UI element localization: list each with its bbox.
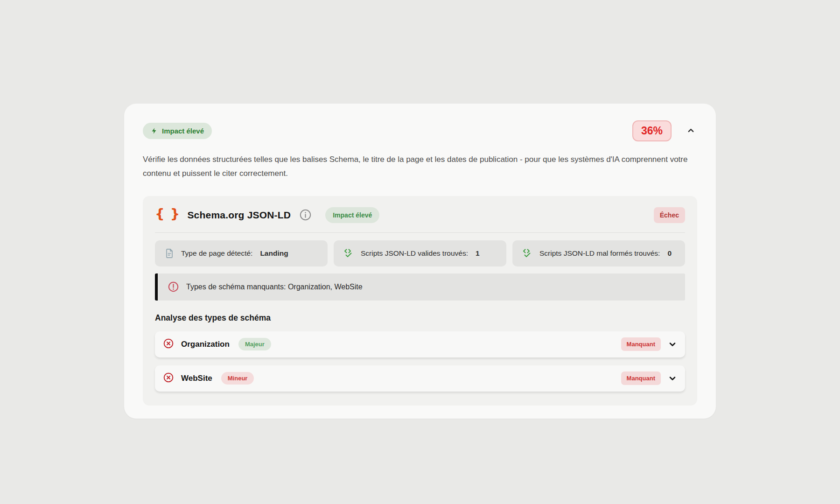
chip-label: Scripts JSON-LD mal formés trouvés: <box>539 249 660 258</box>
circle-x-icon <box>163 372 174 385</box>
schema-type-name: WebSite <box>181 374 212 383</box>
chip-malformed-scripts: Scripts JSON-LD mal formés trouvés: 0 <box>512 240 685 266</box>
alert-text: Types de schéma manquants: Organization,… <box>186 283 363 291</box>
schema-row-organization[interactable]: Organization Majeur Manquant <box>155 331 685 357</box>
impact-badge: Impact élevé <box>143 123 212 139</box>
status-badge-echec: Échec <box>654 207 685 223</box>
chevron-down-icon[interactable] <box>667 339 678 350</box>
severity-badge: Majeur <box>238 338 271 350</box>
analysis-heading: Analyse des types de schéma <box>155 313 685 323</box>
severity-badge: Mineur <box>221 372 254 385</box>
panel-header: { } Schema.org JSON-LD Impact élevé Éche… <box>155 207 685 223</box>
code-check-icon <box>522 248 533 259</box>
chip-page-type: Type de page détecté: Landing <box>155 240 328 266</box>
chip-valid-scripts: Scripts JSON-LD valides trouvés: 1 <box>334 240 506 266</box>
row-right: Manquant <box>621 371 678 385</box>
alert-circle-icon <box>168 281 179 293</box>
code-check-icon <box>343 248 354 259</box>
row-right: Manquant <box>621 337 678 351</box>
panel-impact-badge: Impact élevé <box>325 207 379 223</box>
chip-value: Landing <box>260 249 288 258</box>
file-icon <box>164 248 175 259</box>
schema-type-name: Organization <box>181 340 230 349</box>
score-badge: 36% <box>632 120 672 141</box>
missing-badge: Manquant <box>621 337 661 351</box>
chevron-up-icon <box>686 126 695 136</box>
divider <box>155 232 685 233</box>
curly-braces-icon: { } <box>155 207 180 221</box>
schema-panel: { } Schema.org JSON-LD Impact élevé Éche… <box>143 196 697 406</box>
audit-card: Impact élevé 36% Vérifie les données str… <box>124 104 716 419</box>
card-header: Impact élevé 36% <box>143 120 697 141</box>
missing-schema-alert: Types de schéma manquants: Organization,… <box>155 273 685 301</box>
missing-badge: Manquant <box>621 371 661 385</box>
chip-value: 0 <box>667 249 672 258</box>
check-description: Vérifie les données structurées telles q… <box>143 153 697 180</box>
panel-title: Schema.org JSON-LD <box>187 210 291 221</box>
circle-x-icon <box>163 338 174 351</box>
schema-row-website[interactable]: WebSite Mineur Manquant <box>155 365 685 392</box>
info-chips: Type de page détecté: Landing Scripts JS… <box>155 240 685 266</box>
chip-label: Scripts JSON-LD valides trouvés: <box>361 249 468 258</box>
lightning-bolt-icon <box>151 127 158 135</box>
chevron-down-icon[interactable] <box>667 373 678 384</box>
collapse-button[interactable] <box>685 124 697 138</box>
info-icon[interactable] <box>299 209 312 221</box>
impact-badge-label: Impact élevé <box>162 127 204 135</box>
header-right: 36% <box>632 120 697 141</box>
chip-label: Type de page détecté: <box>181 249 252 258</box>
chip-value: 1 <box>476 249 480 258</box>
